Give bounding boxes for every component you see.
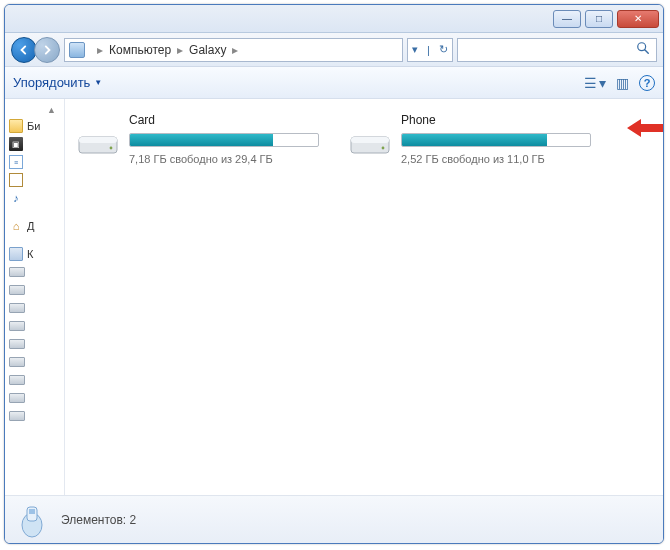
search-icon bbox=[636, 41, 650, 58]
content-pane: Card 7,18 ГБ свободно из 29,4 ГБ Phone bbox=[65, 99, 663, 495]
refresh-icon[interactable]: ↻ bbox=[439, 43, 448, 56]
forward-button[interactable] bbox=[34, 37, 60, 63]
drive-icon bbox=[9, 267, 25, 277]
storage-drive-icon bbox=[349, 129, 391, 159]
sidebar-item-drive[interactable] bbox=[7, 317, 62, 335]
sidebar-item-libraries[interactable]: Би bbox=[7, 117, 62, 135]
svg-line-1 bbox=[645, 50, 649, 54]
chevron-down-icon: ▼ bbox=[94, 78, 102, 87]
preview-pane-button[interactable]: ▥ bbox=[616, 75, 629, 91]
device-icon bbox=[15, 501, 49, 539]
sidebar-item-pictures[interactable] bbox=[7, 171, 62, 189]
view-mode-button[interactable]: ☰ ▾ bbox=[584, 75, 606, 91]
capacity-fill bbox=[130, 134, 273, 146]
sidebar-item-drive[interactable] bbox=[7, 407, 62, 425]
sidebar-item-drive[interactable] bbox=[7, 371, 62, 389]
annotation-arrow-icon bbox=[627, 117, 663, 143]
sidebar-item-label: Д bbox=[27, 220, 34, 232]
preview-pane-icon: ▥ bbox=[616, 75, 629, 91]
sidebar-item-videos[interactable]: ▣ bbox=[7, 135, 62, 153]
explorer-window: — □ ✕ ▸ Компьютер ▸ Galaxy ▸ ▾ | ↻ bbox=[4, 4, 664, 544]
refresh-box[interactable]: ▾ | ↻ bbox=[407, 38, 453, 62]
chevron-down-icon: ▾ bbox=[599, 75, 606, 91]
maximize-button[interactable]: □ bbox=[585, 10, 613, 28]
nav-buttons bbox=[11, 37, 60, 63]
sidebar-item-label: Би bbox=[27, 120, 40, 132]
sidebar-item-computer[interactable]: К bbox=[7, 245, 62, 263]
capacity-bar bbox=[401, 133, 591, 147]
status-bar: Элементов: 2 bbox=[5, 495, 663, 543]
svg-rect-3 bbox=[79, 137, 117, 143]
folder-icon bbox=[9, 119, 23, 133]
drive-name: Card bbox=[129, 113, 329, 127]
sidebar-item-drive[interactable] bbox=[7, 335, 62, 353]
computer-icon bbox=[69, 42, 85, 58]
drive-icon bbox=[9, 411, 25, 421]
sidebar-item-documents[interactable]: ≡ bbox=[7, 153, 62, 171]
organize-menu[interactable]: Упорядочить ▼ bbox=[13, 75, 102, 90]
sidebar-item-drive[interactable] bbox=[7, 389, 62, 407]
svg-point-4 bbox=[110, 147, 113, 150]
drive-list: Card 7,18 ГБ свободно из 29,4 ГБ Phone bbox=[77, 113, 651, 165]
sidebar: ▲ Би ▣ ≡ ♪ ⌂ Д К bbox=[5, 99, 65, 495]
drive-icon bbox=[9, 393, 25, 403]
view-list-icon: ☰ bbox=[584, 75, 597, 91]
drive-icon bbox=[9, 357, 25, 367]
storage-drive-icon bbox=[77, 129, 119, 159]
music-icon: ♪ bbox=[9, 191, 23, 205]
computer-icon bbox=[9, 247, 23, 261]
close-button[interactable]: ✕ bbox=[617, 10, 659, 28]
drive-icon bbox=[9, 375, 25, 385]
drive-name: Phone bbox=[401, 113, 601, 127]
drive-icon bbox=[9, 285, 25, 295]
sidebar-item-drive[interactable] bbox=[7, 263, 62, 281]
sidebar-item-drive[interactable] bbox=[7, 281, 62, 299]
svg-marker-8 bbox=[627, 119, 663, 137]
toolbar: Упорядочить ▼ ☰ ▾ ▥ ? bbox=[5, 67, 663, 99]
drive-status: 2,52 ГБ свободно из 11,0 ГБ bbox=[401, 153, 601, 165]
drive-icon bbox=[9, 303, 25, 313]
svg-point-7 bbox=[382, 147, 385, 150]
history-dropdown-icon[interactable]: ▾ bbox=[412, 43, 418, 56]
sidebar-item-music[interactable]: ♪ bbox=[7, 189, 62, 207]
chevron-right-icon: ▸ bbox=[91, 43, 109, 57]
drive-icon bbox=[9, 339, 25, 349]
svg-rect-11 bbox=[29, 509, 35, 514]
capacity-bar bbox=[129, 133, 319, 147]
svg-rect-6 bbox=[351, 137, 389, 143]
divider: | bbox=[427, 44, 430, 56]
breadcrumb-seg[interactable]: Galaxy bbox=[189, 43, 226, 57]
drive-status: 7,18 ГБ свободно из 29,4 ГБ bbox=[129, 153, 329, 165]
capacity-fill bbox=[402, 134, 547, 146]
picture-icon bbox=[9, 173, 23, 187]
video-icon: ▣ bbox=[9, 137, 23, 151]
sidebar-item-drive[interactable] bbox=[7, 299, 62, 317]
help-button[interactable]: ? bbox=[639, 75, 655, 91]
titlebar: — □ ✕ bbox=[5, 5, 663, 33]
breadcrumb[interactable]: ▸ Компьютер ▸ Galaxy ▸ bbox=[64, 38, 403, 62]
chevron-right-icon: ▸ bbox=[226, 43, 244, 57]
organize-label: Упорядочить bbox=[13, 75, 90, 90]
drive-item-phone[interactable]: Phone 2,52 ГБ свободно из 11,0 ГБ bbox=[349, 113, 601, 165]
breadcrumb-seg[interactable]: Компьютер bbox=[109, 43, 171, 57]
document-icon: ≡ bbox=[9, 155, 23, 169]
drive-item-card[interactable]: Card 7,18 ГБ свободно из 29,4 ГБ bbox=[77, 113, 329, 165]
homegroup-icon: ⌂ bbox=[9, 219, 23, 233]
chevron-right-icon: ▸ bbox=[171, 43, 189, 57]
minimize-button[interactable]: — bbox=[553, 10, 581, 28]
body-area: ▲ Би ▣ ≡ ♪ ⌂ Д К bbox=[5, 99, 663, 495]
sidebar-item-homegroup[interactable]: ⌂ Д bbox=[7, 217, 62, 235]
nav-row: ▸ Компьютер ▸ Galaxy ▸ ▾ | ↻ bbox=[5, 33, 663, 67]
search-input[interactable] bbox=[457, 38, 657, 62]
status-text: Элементов: 2 bbox=[61, 513, 136, 527]
help-icon: ? bbox=[644, 77, 651, 89]
sidebar-item-drive[interactable] bbox=[7, 353, 62, 371]
scroll-up-icon[interactable]: ▲ bbox=[7, 105, 62, 117]
drive-icon bbox=[9, 321, 25, 331]
sidebar-item-label: К bbox=[27, 248, 33, 260]
